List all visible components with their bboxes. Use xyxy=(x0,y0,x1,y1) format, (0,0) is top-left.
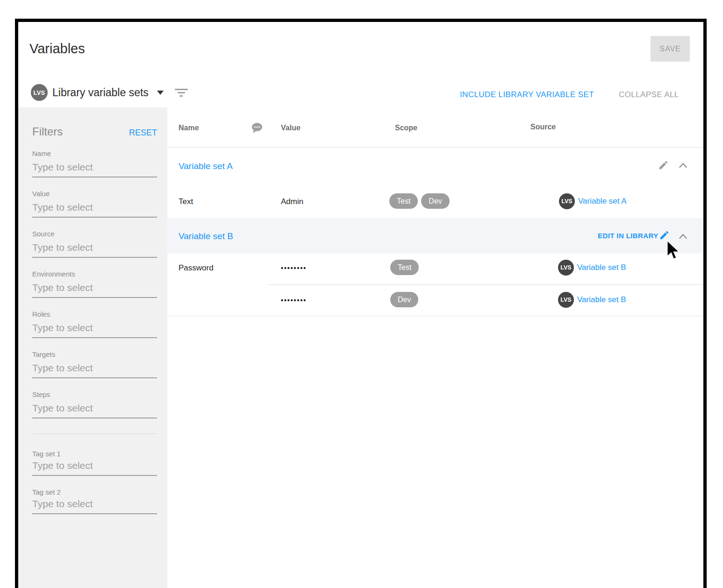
source-cell: LVS Variable set B xyxy=(558,292,626,308)
scope-chips: Test xyxy=(390,260,419,275)
filters-sidebar: Filters RESET Name Value Source Environm… xyxy=(18,107,167,588)
variable-name: Text xyxy=(179,197,193,206)
roles-filter-input[interactable] xyxy=(32,322,157,338)
collapse-chevron-up-icon[interactable] xyxy=(678,232,688,241)
group-bottom-divider xyxy=(167,316,703,316)
filter-field-environments: Environments xyxy=(32,270,157,298)
filters-title: Filters xyxy=(32,125,63,138)
scope-chip: Test xyxy=(390,260,419,275)
filter-label: Steps xyxy=(32,390,157,398)
variable-set-selector[interactable]: LVS Library variable sets xyxy=(31,84,188,101)
filter-field-tagset1: Tag set 1 xyxy=(32,450,157,476)
group-title-variable-set-a[interactable]: Variable set A xyxy=(179,161,233,171)
scope-chips: Test Dev xyxy=(389,193,450,209)
lvs-badge: LVS xyxy=(558,292,574,308)
scope-chip: Dev xyxy=(421,193,449,209)
filter-label: Tag set 2 xyxy=(32,488,157,496)
filter-field-tagset2: Tag set 2 xyxy=(32,488,157,514)
source-cell: LVS Variable set B xyxy=(558,260,626,276)
sidebar-divider xyxy=(32,433,157,434)
source-link[interactable]: Variable set A xyxy=(578,197,627,206)
group-title-variable-set-b[interactable]: Variable set B xyxy=(179,231,233,241)
lvs-badge: LVS xyxy=(31,84,48,101)
filter-label: Tag set 1 xyxy=(32,450,157,458)
filter-label: Source xyxy=(32,230,157,238)
page-title: Variables xyxy=(29,41,85,57)
tagset2-filter-input[interactable] xyxy=(32,498,157,514)
selector-label: Library variable sets xyxy=(52,86,149,99)
filter-field-value: Value xyxy=(32,190,157,218)
save-button[interactable]: SAVE xyxy=(651,36,690,62)
column-header-value: Value xyxy=(281,124,301,132)
targets-filter-input[interactable] xyxy=(32,362,157,378)
scope-chips: Dev xyxy=(390,292,418,307)
source-filter-input[interactable] xyxy=(32,242,157,258)
environments-filter-input[interactable] xyxy=(32,282,157,298)
collapse-chevron-up-icon[interactable] xyxy=(678,161,688,170)
edit-in-library-link[interactable]: EDIT IN LIBRARY xyxy=(598,232,659,240)
source-cell: LVS Variable set A xyxy=(559,193,627,209)
filter-field-source: Source xyxy=(32,230,157,258)
filter-label: Value xyxy=(32,190,157,198)
reset-filters-button[interactable]: RESET xyxy=(129,128,157,138)
name-filter-input[interactable] xyxy=(32,162,157,177)
edit-icon[interactable] xyxy=(659,230,670,241)
comment-icon[interactable] xyxy=(251,122,264,136)
column-header-name: Name xyxy=(179,124,199,132)
filter-label: Name xyxy=(32,149,157,157)
filter-list-icon[interactable] xyxy=(175,89,188,97)
filter-label: Targets xyxy=(32,350,157,358)
scope-chip: Dev xyxy=(390,292,418,307)
chevron-down-icon xyxy=(157,91,164,95)
filter-label: Roles xyxy=(32,310,157,318)
masked-variable-value: •••••••• xyxy=(281,264,307,272)
filter-field-name: Name xyxy=(32,149,157,177)
value-filter-input[interactable] xyxy=(32,202,157,218)
filter-field-roles: Roles xyxy=(32,310,157,338)
variable-value: Admin xyxy=(281,197,303,206)
filter-field-steps: Steps xyxy=(32,390,157,418)
edit-icon[interactable] xyxy=(658,160,669,170)
sub-row-divider xyxy=(269,284,703,285)
collapse-all-link[interactable]: COLLAPSE ALL xyxy=(619,90,679,99)
masked-variable-value: •••••••• xyxy=(281,297,307,304)
header-divider xyxy=(167,147,703,148)
variable-name: Password xyxy=(179,263,214,273)
scope-chip: Test xyxy=(389,193,418,209)
lvs-badge: LVS xyxy=(558,260,574,276)
tagset1-filter-input[interactable] xyxy=(32,460,157,476)
source-link[interactable]: Variable set B xyxy=(577,295,626,305)
steps-filter-input[interactable] xyxy=(32,403,157,418)
filter-field-targets: Targets xyxy=(32,350,157,378)
column-header-source: Source xyxy=(530,123,556,131)
include-library-variable-set-link[interactable]: INCLUDE LIBRARY VARIABLE SET xyxy=(460,90,594,99)
filter-label: Environments xyxy=(32,270,157,278)
lvs-badge: LVS xyxy=(559,193,575,209)
source-link[interactable]: Variable set B xyxy=(577,263,626,272)
mouse-cursor xyxy=(666,240,681,263)
column-header-scope: Scope xyxy=(395,124,417,132)
